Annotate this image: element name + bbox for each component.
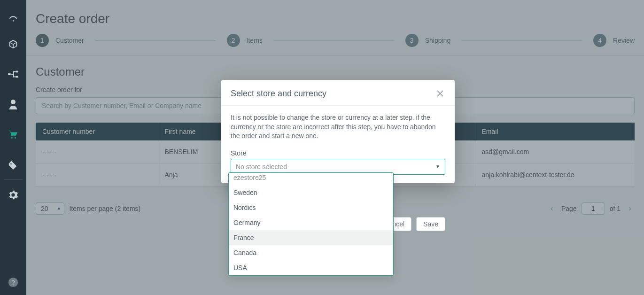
logo-icon[interactable] — [0, 7, 26, 29]
store-currency-modal: Select store and currency It is not poss… — [221, 80, 455, 183]
svg-point-11 — [10, 163, 12, 165]
modal-description: It is not possible to change the store o… — [231, 113, 445, 141]
store-field-label: Store — [231, 149, 445, 157]
sidebar: ? — [0, 0, 26, 295]
svg-point-8 — [11, 100, 16, 104]
dropdown-item[interactable]: Sweden — [229, 185, 393, 200]
gear-icon[interactable] — [0, 180, 26, 210]
svg-rect-1 — [8, 73, 11, 75]
svg-rect-5 — [13, 71, 14, 78]
modal-title: Select store and currency — [231, 89, 326, 99]
svg-text:?: ? — [11, 279, 15, 286]
svg-point-10 — [15, 137, 16, 139]
user-icon[interactable] — [0, 89, 26, 119]
workflow-icon[interactable] — [0, 59, 26, 89]
dropdown-item[interactable]: Canada — [229, 245, 393, 260]
svg-rect-6 — [13, 71, 16, 72]
help-icon[interactable]: ? — [0, 270, 26, 295]
svg-rect-7 — [13, 77, 16, 78]
store-select-value: No store selected — [236, 163, 287, 171]
dropdown-item[interactable]: Nordics — [229, 200, 393, 215]
dropdown-item[interactable]: France — [229, 230, 393, 245]
dropdown-item[interactable]: ezestore25 — [229, 173, 393, 185]
dropdown-item[interactable]: Germany — [229, 215, 393, 230]
tags-icon[interactable] — [0, 149, 26, 179]
save-button[interactable]: Save — [416, 217, 445, 231]
dropdown-item[interactable]: USA — [229, 260, 393, 275]
svg-rect-3 — [16, 76, 19, 78]
package-icon[interactable] — [0, 29, 26, 59]
store-dropdown-panel: ezestore25 Sweden Nordics Germany France… — [228, 172, 394, 276]
chevron-down-icon: ▼ — [435, 164, 440, 169]
svg-point-9 — [11, 137, 13, 139]
svg-point-0 — [13, 20, 14, 22]
close-icon[interactable] — [435, 88, 445, 99]
cart-icon[interactable] — [0, 119, 26, 149]
svg-rect-2 — [16, 71, 19, 73]
